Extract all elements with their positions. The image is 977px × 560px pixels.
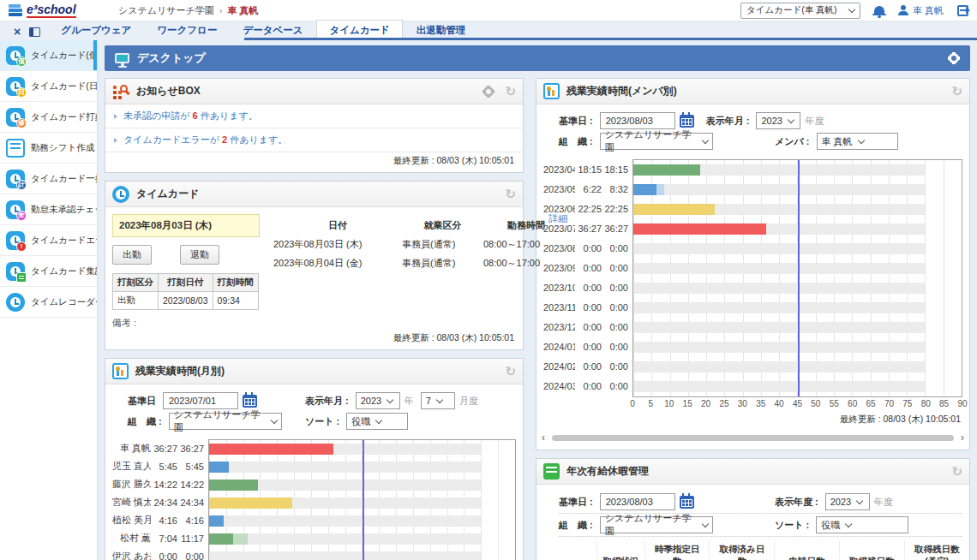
base-date-label: 基準日	[128, 395, 156, 408]
chart-value-2: 0:00	[602, 243, 628, 253]
year-select[interactable]: 2023	[356, 392, 400, 409]
chart-row-label: 2024/020:000:00	[543, 356, 632, 376]
refresh-icon[interactable]: ↻	[951, 85, 962, 98]
chart-value-2: 18:15	[602, 164, 628, 175]
notice-item-1[interactable]: タイムカードエラーが2件あります。	[105, 128, 523, 152]
nav-tab-0[interactable]: グループウェア	[49, 21, 143, 40]
sidebar-item-2[interactable]: 修タイムカード打刻修正	[0, 102, 97, 133]
month-suffix: 月度	[459, 395, 478, 408]
close-icon[interactable]: ×	[7, 24, 27, 40]
org-select[interactable]: システムリサーチ学園	[600, 133, 713, 150]
clock-in-button[interactable]: 出勤	[112, 245, 152, 265]
refresh-icon[interactable]: ↻	[505, 365, 516, 378]
x-tick-label: 5	[649, 399, 654, 408]
gear-icon[interactable]	[948, 52, 960, 64]
collapse-sidebar-icon[interactable]	[29, 27, 40, 37]
year-suffix: 年度	[805, 115, 824, 128]
leave-header: 取得残日数(予定)	[904, 541, 969, 560]
bar-track	[633, 243, 925, 254]
display-year-label: 表示年月 :	[706, 115, 750, 128]
chart-value-1: 18:15	[575, 164, 602, 175]
sort-select[interactable]: 役職	[346, 413, 408, 430]
chevron-down-icon	[702, 520, 709, 527]
breadcrumb-org[interactable]: システムリサーチ学園	[118, 4, 214, 17]
calendar-icon[interactable]	[243, 395, 257, 408]
leave-header	[536, 541, 597, 560]
year-select[interactable]: 2023	[756, 112, 800, 129]
horizontal-scrollbar: ‹ ›	[536, 431, 969, 450]
chart-value-2: 0:00	[602, 263, 628, 273]
notice-count: 2	[222, 134, 227, 145]
x-tick-label: 75	[902, 399, 912, 408]
triangle-icon	[114, 138, 117, 143]
stamp-header: 打刻日付	[159, 274, 213, 292]
chevron-down-icon	[857, 136, 864, 143]
bar-track	[209, 462, 481, 473]
calendar-icon[interactable]	[680, 115, 694, 128]
current-user[interactable]: 車 真帆	[898, 4, 944, 17]
chart-category: 2023/05	[543, 184, 575, 194]
schedule-cell: 08:00～17:00	[483, 257, 569, 270]
leave-header: 時季指定日数	[644, 541, 710, 560]
x-tick-label: 40	[775, 399, 784, 408]
logout-icon[interactable]	[957, 5, 968, 16]
notification-bell-icon[interactable]	[874, 6, 884, 15]
stamp-cell: 出勤	[113, 292, 159, 310]
desktop-header: デスクトップ	[105, 45, 970, 71]
sidebar-item-8[interactable]: タイムレコーダー	[0, 287, 97, 318]
sidebar-item-7[interactable]: タイムカード集計表	[0, 256, 97, 287]
base-date-input[interactable]: 2023/08/03	[600, 493, 675, 510]
notice-text: タイムカードエラーが2件あります。	[123, 134, 287, 146]
refresh-icon[interactable]: ↻	[505, 188, 516, 200]
scroll-right-icon[interactable]: ›	[961, 432, 964, 444]
bar	[209, 533, 233, 545]
chart-value-2: 22:25	[602, 204, 628, 214]
base-date-input[interactable]: 2023/07/01	[163, 392, 238, 409]
x-tick-label: 70	[884, 399, 894, 408]
refresh-icon[interactable]: ↻	[951, 465, 962, 478]
sidebar-item-3[interactable]: 勤務シフト作成	[0, 133, 97, 164]
schedule-header: 就業区分	[402, 219, 483, 232]
sidebar-item-label: タイムカード集計表	[31, 265, 97, 277]
base-date-label: 基準日 :	[559, 115, 593, 128]
notice-item-0[interactable]: 未承認の申請が6件あります。	[105, 104, 523, 128]
member-select[interactable]: 車 真帆	[817, 133, 898, 150]
scrollbar-thumb[interactable]	[552, 435, 954, 441]
year-select[interactable]: 2023	[825, 493, 870, 510]
org-select[interactable]: システムリサーチ学園	[600, 516, 713, 533]
scroll-left-icon[interactable]: ‹	[542, 432, 545, 444]
bar-track	[633, 184, 925, 195]
sidebar-item-0[interactable]: 個タイムカード(個人)	[0, 40, 97, 71]
sidebar-item-label: タイムレコーダー	[31, 296, 97, 308]
refresh-icon[interactable]: ↻	[505, 85, 516, 98]
sidebar-item-1[interactable]: 日タイムカード(日付)	[0, 71, 97, 102]
breadcrumb-user: 車 真帆	[227, 4, 258, 17]
clock-icon: 日	[5, 76, 26, 97]
stamp-header: 打刻時間	[213, 274, 258, 292]
quick-menu-select[interactable]: タイムカード(車 真帆)	[740, 3, 860, 19]
calendar-icon[interactable]	[680, 496, 694, 509]
annual-leave-title: 年次有給休暇管理	[566, 464, 649, 479]
clock-out-button[interactable]: 退勤	[180, 245, 219, 265]
base-date-label: 基準日 :	[559, 496, 593, 509]
badge-icon: !	[16, 241, 27, 252]
sort-select[interactable]: 役職	[816, 516, 908, 533]
stamp-row: 出勤2023/08/0309:34	[113, 292, 259, 310]
sidebar-item-5[interactable]: 未勤怠未承認チェック表	[0, 194, 97, 225]
badge-icon	[16, 272, 27, 283]
sidebar-item-6[interactable]: !タイムカードエラーチ	[0, 225, 97, 256]
detail-link[interactable]: 詳細	[548, 212, 567, 225]
sort-label: ソート :	[305, 415, 339, 428]
month-select[interactable]: 7	[421, 392, 455, 409]
panel-notice-box: お知らせBOX ↻ 未承認の申請が6件あります。タイムカードエラーが2件あります…	[105, 78, 524, 173]
nav-tab-1[interactable]: ワークフロー	[145, 21, 229, 40]
base-date-input[interactable]: 2023/08/03	[600, 112, 675, 129]
threshold-line	[363, 440, 364, 560]
gear-icon[interactable]	[483, 86, 494, 98]
app-logo[interactable]: e³school	[9, 3, 105, 18]
breadcrumb-separator: ›	[219, 5, 223, 15]
badge-icon: 日	[16, 87, 27, 98]
org-select[interactable]: システムリサーチ学園	[169, 413, 282, 430]
sidebar-item-4[interactable]: 計タイムカード一括計算	[0, 164, 97, 194]
triangle-icon	[114, 114, 117, 119]
